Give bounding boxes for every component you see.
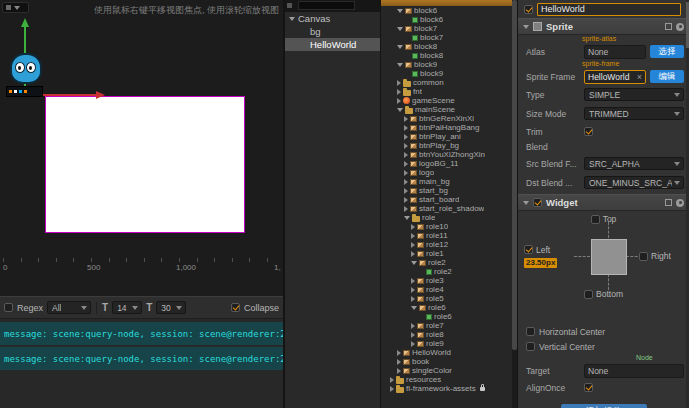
widget-enabled-checkbox[interactable] xyxy=(533,198,542,207)
widget-section-header[interactable]: Widget xyxy=(518,194,689,211)
expand-arrow-icon[interactable] xyxy=(397,9,403,13)
expand-arrow-icon[interactable] xyxy=(411,233,415,239)
asset-item[interactable]: role2 xyxy=(381,258,517,267)
collapse-arrow-icon[interactable] xyxy=(523,25,529,29)
expand-arrow-icon[interactable] xyxy=(404,188,408,194)
expand-arrow-icon[interactable] xyxy=(411,278,415,284)
align-top-checkbox[interactable] xyxy=(591,215,600,224)
asset-item[interactable]: logoBG_11 xyxy=(381,159,517,168)
asset-item[interactable]: block9 xyxy=(381,60,517,69)
expand-arrow-icon[interactable] xyxy=(411,296,415,302)
type-dropdown[interactable]: SIMPLE xyxy=(584,88,684,101)
expand-arrow-icon[interactable] xyxy=(397,27,403,31)
console-log-row[interactable]: message: scene:query-node, session: scen… xyxy=(0,322,283,345)
hierarchy-node[interactable]: Canvas xyxy=(285,12,380,25)
asset-item[interactable]: btnPlay_bg xyxy=(381,141,517,150)
asset-item[interactable]: resources xyxy=(381,375,517,384)
help-icon[interactable] xyxy=(665,23,672,30)
line-height-dropdown[interactable]: 30 xyxy=(156,301,186,314)
node-name-input[interactable]: HelloWorld xyxy=(537,3,681,16)
expand-arrow-icon[interactable] xyxy=(390,377,394,383)
gear-icon[interactable] xyxy=(676,23,684,31)
expand-arrow-icon[interactable] xyxy=(397,359,401,365)
assets-scrollbar[interactable] xyxy=(512,0,517,408)
expand-arrow-icon[interactable] xyxy=(411,224,415,230)
asset-item[interactable]: btnPlay_ani xyxy=(381,132,517,141)
asset-item[interactable]: role8 xyxy=(381,330,517,339)
expand-arrow-icon[interactable] xyxy=(411,242,415,248)
hierarchy-node[interactable]: HelloWorld xyxy=(285,38,380,51)
asset-item[interactable]: btnYouXiZhongXin xyxy=(381,150,517,159)
expand-arrow-icon[interactable] xyxy=(397,98,401,104)
sprite-section-header[interactable]: Sprite xyxy=(518,18,689,35)
add-component-button[interactable]: 添加组件 xyxy=(561,404,647,408)
asset-item[interactable]: block6 xyxy=(381,15,517,24)
asset-item[interactable]: role6 xyxy=(381,312,517,321)
expand-arrow-icon[interactable] xyxy=(411,323,415,329)
scrollbar-thumb[interactable] xyxy=(512,0,517,350)
expand-arrow-icon[interactable] xyxy=(404,206,408,212)
expand-arrow-icon[interactable] xyxy=(397,350,401,356)
atlas-field[interactable]: None xyxy=(584,45,646,59)
asset-item[interactable]: role9 xyxy=(381,339,517,348)
helloworld-sprite-thumbnail[interactable] xyxy=(6,52,44,98)
asset-item[interactable]: btnGeRenXinXi xyxy=(381,114,517,123)
add-node-icon[interactable] xyxy=(287,3,292,8)
asset-item[interactable]: logo xyxy=(381,168,517,177)
align-once-checkbox[interactable] xyxy=(584,383,593,392)
regex-checkbox[interactable] xyxy=(4,303,13,312)
asset-item[interactable]: role12 xyxy=(381,240,517,249)
font-size-dropdown[interactable]: 14 xyxy=(112,301,142,314)
log-filter-dropdown[interactable]: All xyxy=(47,301,91,314)
clear-icon[interactable]: × xyxy=(635,71,642,83)
asset-item[interactable]: role xyxy=(381,213,517,222)
asset-item[interactable]: block7 xyxy=(381,33,517,42)
asset-item[interactable]: start_role_shadow xyxy=(381,204,517,213)
hierarchy-node[interactable]: bg xyxy=(285,25,380,38)
asset-item[interactable]: start_bg xyxy=(381,186,517,195)
asset-item[interactable]: role3 xyxy=(381,276,517,285)
asset-item[interactable]: book xyxy=(381,357,517,366)
gear-icon[interactable] xyxy=(676,199,684,207)
expand-arrow-icon[interactable] xyxy=(411,341,415,347)
asset-item[interactable]: main_bg xyxy=(381,177,517,186)
dst-blend-dropdown[interactable]: ONE_MINUS_SRC_ALPH xyxy=(584,176,684,189)
expand-arrow-icon[interactable] xyxy=(411,332,415,338)
collapse-arrow-icon[interactable] xyxy=(523,201,529,205)
expand-arrow-icon[interactable] xyxy=(390,386,394,392)
expand-arrow-icon[interactable] xyxy=(404,152,408,158)
expand-arrow-icon[interactable] xyxy=(397,108,403,112)
trim-checkbox[interactable] xyxy=(584,127,593,136)
size-mode-dropdown[interactable]: TRIMMED xyxy=(584,107,684,120)
asset-item[interactable]: role1 xyxy=(381,249,517,258)
select-atlas-button[interactable]: 选择 xyxy=(650,45,684,58)
asset-item[interactable]: gameScene xyxy=(381,96,517,105)
vertical-center-checkbox[interactable] xyxy=(526,342,535,351)
asset-item[interactable]: common xyxy=(381,78,517,87)
expand-arrow-icon[interactable] xyxy=(404,170,408,176)
expand-arrow-icon[interactable] xyxy=(397,89,401,95)
asset-item[interactable]: start_board xyxy=(381,195,517,204)
expand-arrow-icon[interactable] xyxy=(397,45,403,49)
expand-arrow-icon[interactable] xyxy=(411,306,417,310)
asset-item[interactable]: role10 xyxy=(381,222,517,231)
asset-item[interactable]: block8 xyxy=(381,51,517,60)
asset-item[interactable]: block8 xyxy=(381,42,517,51)
expand-arrow-icon[interactable] xyxy=(404,134,408,140)
expand-arrow-icon[interactable] xyxy=(411,261,417,265)
gizmo-mode-dropdown[interactable] xyxy=(2,2,29,13)
asset-item[interactable]: role5 xyxy=(381,294,517,303)
asset-item[interactable]: block9 xyxy=(381,69,517,78)
horizontal-center-checkbox[interactable] xyxy=(526,327,535,336)
target-field[interactable]: None xyxy=(584,364,684,378)
expand-arrow-icon[interactable] xyxy=(404,116,408,122)
hierarchy-filter-box[interactable] xyxy=(298,1,355,10)
expand-arrow-icon[interactable] xyxy=(404,216,410,220)
align-left-checkbox[interactable] xyxy=(524,245,533,254)
asset-item[interactable]: fnt xyxy=(381,87,517,96)
align-right-checkbox[interactable] xyxy=(639,252,648,261)
expand-arrow-icon[interactable] xyxy=(404,143,408,149)
expand-arrow-icon[interactable] xyxy=(404,125,408,131)
align-left-value[interactable]: 23.50px xyxy=(524,258,557,268)
console-log-row[interactable]: message: scene:query-node, session: scen… xyxy=(0,347,283,370)
